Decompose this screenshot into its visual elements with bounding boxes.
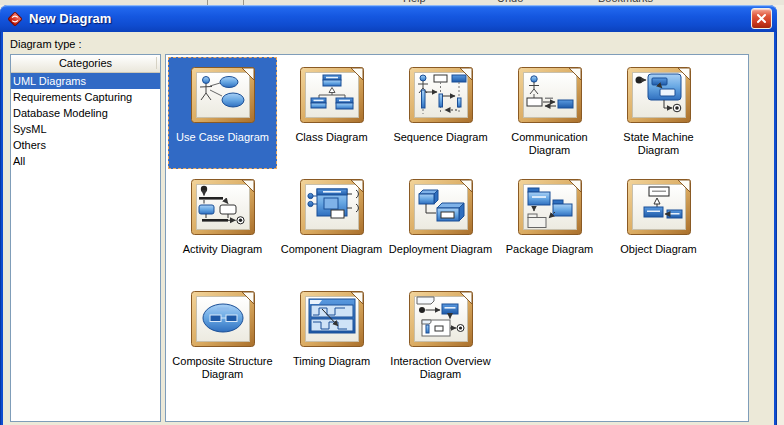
categories-list: UML DiagramsRequirements CapturingDataba… bbox=[11, 73, 160, 169]
timing-diagram-icon bbox=[300, 291, 364, 347]
use-case-diagram-icon bbox=[191, 67, 255, 123]
diagram-grid: Use Case DiagramClass DiagramSequence Di… bbox=[165, 54, 749, 422]
background-menu-fragment: Help bbox=[403, 0, 426, 4]
background-menu-fragment: Bookmarks bbox=[598, 0, 653, 4]
object-diagram-icon bbox=[627, 179, 691, 235]
diagram-cell-sequence-diagram[interactable]: Sequence Diagram bbox=[386, 57, 495, 169]
diagram-cell-label: Composite Structure Diagram bbox=[171, 355, 275, 381]
close-icon bbox=[756, 13, 767, 24]
diagram-cell-use-case-diagram[interactable]: Use Case Diagram bbox=[168, 57, 277, 169]
diagram-cell-label: Class Diagram bbox=[295, 131, 367, 144]
diagram-cell-label: Activity Diagram bbox=[183, 243, 262, 256]
category-item-sysml[interactable]: SysML bbox=[11, 121, 160, 137]
diagram-cell-label: Object Diagram bbox=[620, 243, 696, 256]
diagram-cell-label: State Machine Diagram bbox=[607, 131, 711, 157]
panels: Categories UML DiagramsRequirements Capt… bbox=[10, 54, 774, 422]
new-diagram-dialog: New Diagram Diagram type : Categories UM… bbox=[0, 5, 777, 425]
sequence-diagram-icon bbox=[409, 67, 473, 123]
diagram-cell-timing-diagram[interactable]: Timing Diagram bbox=[277, 281, 386, 393]
category-item-requirements-capturing[interactable]: Requirements Capturing bbox=[11, 89, 160, 105]
class-diagram-icon bbox=[300, 67, 364, 123]
communication-diagram-icon bbox=[518, 67, 582, 123]
diagram-cell-label: Interaction Overview Diagram bbox=[389, 355, 493, 381]
diagram-cell-composite-structure-diagram[interactable]: Composite Structure Diagram bbox=[168, 281, 277, 393]
deployment-diagram-icon bbox=[409, 179, 473, 235]
diagram-cell-class-diagram[interactable]: Class Diagram bbox=[277, 57, 386, 169]
titlebar[interactable]: New Diagram bbox=[0, 5, 777, 32]
component-diagram-icon bbox=[300, 179, 364, 235]
package-diagram-icon bbox=[518, 179, 582, 235]
category-item-others[interactable]: Others bbox=[11, 137, 160, 153]
diagram-cell-label: Sequence Diagram bbox=[393, 131, 487, 144]
diagram-cell-label: Component Diagram bbox=[281, 243, 383, 256]
diagram-type-label: Diagram type : bbox=[3, 32, 774, 54]
state-machine-diagram-icon bbox=[627, 67, 691, 123]
dialog-body: Diagram type : Categories UML DiagramsRe… bbox=[3, 32, 774, 425]
diagram-cell-package-diagram[interactable]: Package Diagram bbox=[495, 169, 604, 281]
diagram-cell-communication-diagram[interactable]: Communication Diagram bbox=[495, 57, 604, 169]
category-item-uml-diagrams[interactable]: UML Diagrams bbox=[11, 73, 160, 89]
diagram-cell-label: Use Case Diagram bbox=[176, 131, 269, 144]
diagram-cell-component-diagram[interactable]: Component Diagram bbox=[277, 169, 386, 281]
diagram-cell-label: Communication Diagram bbox=[498, 131, 602, 157]
diagram-cell-label: Deployment Diagram bbox=[389, 243, 492, 256]
close-button[interactable] bbox=[751, 8, 772, 29]
screen: Help Undo Bookmarks New Diagram bbox=[0, 0, 784, 425]
diagram-cell-state-machine-diagram[interactable]: State Machine Diagram bbox=[604, 57, 713, 169]
background-menu-fragment: Undo bbox=[497, 0, 523, 4]
categories-header: Categories bbox=[11, 55, 160, 73]
diagram-cell-interaction-overview-diagram[interactable]: Interaction Overview Diagram bbox=[386, 281, 495, 393]
interaction-overview-diagram-icon bbox=[409, 291, 473, 347]
app-icon bbox=[7, 11, 23, 27]
diagram-cell-activity-diagram[interactable]: Activity Diagram bbox=[168, 169, 277, 281]
diagram-cell-object-diagram[interactable]: Object Diagram bbox=[604, 169, 713, 281]
category-item-database-modeling[interactable]: Database Modeling bbox=[11, 105, 160, 121]
diagram-cell-deployment-diagram[interactable]: Deployment Diagram bbox=[386, 169, 495, 281]
category-item-all[interactable]: All bbox=[11, 153, 160, 169]
dialog-title: New Diagram bbox=[29, 11, 751, 26]
categories-panel: Categories UML DiagramsRequirements Capt… bbox=[10, 54, 161, 422]
diagram-cell-label: Timing Diagram bbox=[293, 355, 370, 368]
activity-diagram-icon bbox=[191, 179, 255, 235]
composite-structure-diagram-icon bbox=[191, 291, 255, 347]
diagram-cell-label: Package Diagram bbox=[506, 243, 593, 256]
